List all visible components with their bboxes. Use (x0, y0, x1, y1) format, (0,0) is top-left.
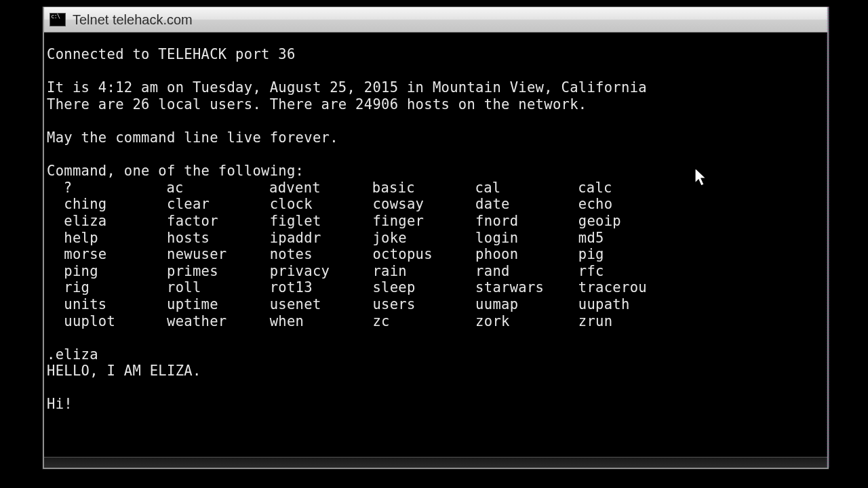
connected-line: Connected to TELEHACK port 36 (47, 46, 296, 62)
terminal-output[interactable]: Connected to TELEHACK port 36 It is 4:12… (44, 33, 827, 457)
titlebar[interactable]: Telnet telehack.com (44, 7, 827, 33)
window-bottom-border (44, 457, 827, 468)
users-line: There are 26 local users. There are 2490… (47, 96, 587, 113)
terminal-window: Telnet telehack.com Connected to TELEHAC… (43, 7, 829, 469)
motto-line: May the command line live forever. (47, 129, 338, 146)
eliza-greeting: HELLO, I AM ELIZA. (47, 363, 201, 379)
user-reply: Hi! (47, 396, 73, 412)
window-title: Telnet telehack.com (73, 12, 193, 28)
prompt-entry: .eliza (47, 346, 98, 363)
command-list: ? ac advent basic cal calc ching clear c… (47, 180, 682, 329)
artifact-edge (826, 7, 830, 468)
cmd-icon (50, 13, 66, 26)
time-line: It is 4:12 am on Tuesday, August 25, 201… (47, 79, 647, 96)
command-header: Command, one of the following: (47, 163, 304, 179)
